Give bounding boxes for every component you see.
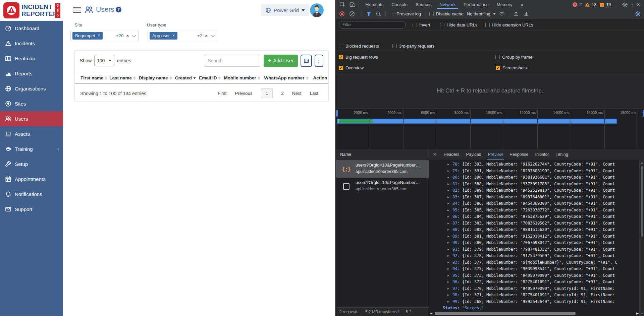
checkbox[interactable]: ✓ — [339, 55, 343, 59]
scroll-right-icon[interactable]: ▶ — [636, 312, 639, 315]
page-1[interactable]: 1 — [261, 88, 273, 98]
expand-triangle-icon[interactable]: ▶ — [447, 253, 449, 259]
json-array-item[interactable]: ▶85: {Id: 385, MobileNumber: "7263930772… — [429, 207, 639, 214]
warning-count[interactable]: 13 — [592, 2, 596, 7]
big-request-rows-checkbox[interactable]: ✓Big request rows — [339, 55, 378, 60]
expand-triangle-icon[interactable]: ▶ — [447, 233, 449, 240]
expand-triangle-icon[interactable]: ▶ — [447, 207, 449, 214]
column-header-whatsapp-number[interactable]: WhatsApp number — [264, 75, 313, 80]
expand-triangle-icon[interactable]: ▶ — [447, 213, 449, 220]
json-array-item[interactable]: ▶92: {Id: 378, MobileNumber: "9175379569… — [429, 253, 639, 259]
hide-extension-urls-checkbox[interactable]: Hide extension URLs — [485, 22, 533, 27]
sidebar-item-sites[interactable]: Sites — [0, 96, 63, 111]
search-input[interactable] — [204, 55, 260, 67]
detail-tab-preview[interactable]: Preview — [485, 149, 506, 160]
settings-gear-icon[interactable] — [622, 2, 628, 8]
checkbox[interactable] — [429, 12, 434, 16]
devtools-tab-memory[interactable]: Memory — [493, 0, 517, 9]
expand-triangle-icon[interactable]: ▶ — [447, 279, 449, 286]
error-count[interactable]: 2 — [579, 2, 582, 7]
json-array-item[interactable]: ▶78: {Id: 393, MobileNumber: "9162202744… — [429, 161, 639, 168]
json-array-item[interactable]: ▶83: {Id: 387, MobileNumber: "8937646801… — [429, 194, 639, 201]
import-har-icon[interactable] — [513, 11, 519, 17]
json-array-item[interactable]: ▶79: {Id: 391, MobileNumber: "8237608199… — [429, 168, 639, 175]
expand-triangle-icon[interactable]: ▶ — [447, 227, 449, 233]
sidebar-item-support[interactable]: Support — [0, 202, 63, 217]
checkbox[interactable] — [495, 55, 500, 59]
column-header-email-id[interactable]: Email ID — [199, 75, 224, 80]
devtools-tab-sources[interactable]: Sources — [412, 0, 436, 9]
column-header-last-name[interactable]: Last name — [109, 75, 139, 80]
group-by-frame-checkbox[interactable]: Group by frame — [495, 55, 532, 60]
device-toolbar-icon[interactable] — [350, 2, 356, 8]
detail-tab-initiator[interactable]: Initiator — [532, 149, 552, 160]
expand-triangle-icon[interactable]: ▶ — [447, 266, 449, 272]
hamburger-menu-icon[interactable] — [73, 7, 81, 13]
expand-triangle-icon[interactable]: ▶ — [447, 168, 449, 175]
expand-triangle-icon[interactable]: ▶ — [447, 299, 449, 305]
throttling-select[interactable]: No throttling — [467, 11, 496, 16]
expand-triangle-icon[interactable]: ▶ — [447, 286, 449, 292]
json-array-item[interactable]: ▶80: {Id: 390, MobileNumber: "9381936681… — [429, 174, 639, 181]
more-tabs-icon[interactable]: » — [517, 0, 527, 9]
expand-triangle-icon[interactable]: ▶ — [447, 200, 449, 207]
json-array-item[interactable]: ▶95: {Id: 373, MobileNumber: "9405070090… — [429, 272, 639, 279]
checkbox[interactable] — [413, 23, 417, 27]
sidebar-item-dashboard[interactable]: Dashboard — [0, 21, 63, 36]
site-filter-select[interactable]: Begumpet× +20 × — [70, 30, 139, 41]
json-array-item[interactable]: ▶99: {Id: 368, MobileNumber: "9893643649… — [429, 299, 639, 305]
checkbox[interactable] — [485, 23, 490, 27]
close-devtools-icon[interactable]: × — [635, 1, 641, 8]
expand-triangle-icon[interactable]: ▶ — [447, 161, 449, 168]
close-detail-icon[interactable]: × — [429, 151, 440, 157]
expand-triangle-icon[interactable]: ▶ — [447, 240, 449, 246]
expand-triangle-icon[interactable]: ▶ — [447, 194, 449, 201]
expand-triangle-icon[interactable]: ▶ — [447, 220, 449, 227]
expand-triangle-icon[interactable]: ▶ — [447, 174, 449, 181]
page-previous[interactable]: Previous — [235, 91, 253, 96]
page-2[interactable]: 2 — [281, 91, 284, 96]
checkbox[interactable]: ✓ — [339, 66, 343, 70]
checkbox[interactable] — [392, 44, 397, 48]
sidebar-item-users[interactable]: Users — [0, 111, 63, 126]
column-header-first-name[interactable]: First name — [80, 75, 109, 80]
sidebar-item-reports[interactable]: Reports — [0, 66, 63, 81]
site-chip[interactable]: Begumpet× — [72, 32, 103, 40]
avatar[interactable] — [310, 3, 324, 17]
request-row[interactable]: users?OrgId=10&PageNumber…api.incidentre… — [336, 178, 429, 195]
overview-checkbox[interactable]: ✓Overview — [339, 65, 364, 70]
json-array-item[interactable]: ▶96: {Id: 372, MobileNumber: "8275401091… — [429, 279, 639, 286]
screenshots-checkbox[interactable]: ✓Screenshots — [496, 65, 527, 70]
hide-data-urls-checkbox[interactable]: Hide data URLs — [440, 22, 478, 27]
json-array-item[interactable]: ▶84: {Id: 386, MobileNumber: "9454369380… — [429, 200, 639, 207]
name-column-header[interactable]: Name — [336, 149, 429, 160]
devtools-tab-console[interactable]: Console — [387, 0, 412, 9]
page-last[interactable]: Last — [310, 91, 318, 96]
json-array-item[interactable]: ▶93: {Id: 377, MobileNumber: "${MobileNu… — [429, 259, 639, 266]
disable-cache-checkbox[interactable]: Disable cache — [429, 11, 464, 16]
detail-tab-timing[interactable]: Timing — [552, 149, 572, 160]
sidebar-item-heatmap[interactable]: Heatmap — [0, 51, 63, 66]
scrollbar-thumb[interactable] — [641, 166, 643, 237]
json-array-item[interactable]: ▶88: {Id: 382, MobileNumber: "9881615620… — [429, 227, 639, 233]
overview-right-handle[interactable] — [643, 110, 644, 117]
chip-remove-icon[interactable]: × — [98, 33, 100, 38]
column-header-display-name[interactable]: Display name — [139, 75, 175, 80]
horizontal-scrollbar[interactable]: ◀ ▶ — [429, 311, 639, 316]
sidebar-item-assets[interactable]: Assets — [0, 126, 63, 141]
more-options-button[interactable]: ⋮ — [315, 55, 323, 67]
json-array-item[interactable]: ▶81: {Id: 388, MobileNumber: "9373891783… — [429, 181, 639, 188]
scroll-up-icon[interactable]: ▲ — [640, 161, 644, 164]
network-filter-input[interactable] — [339, 21, 406, 28]
vertical-scrollbar[interactable]: ▲ ▼ — [639, 160, 644, 316]
preserve-log-checkbox[interactable]: Preserve log — [390, 11, 421, 16]
overview-activity-bar[interactable] — [337, 119, 617, 124]
scrollbar-thumb[interactable] — [435, 312, 576, 315]
sidebar-item-incidents[interactable]: Incidents — [0, 36, 63, 51]
help-icon[interactable]: ? — [116, 7, 121, 12]
usertype-filter-select[interactable]: App user× +2 × — [148, 30, 217, 41]
network-settings-gear-icon[interactable] — [635, 11, 641, 17]
error-icon[interactable]: × — [573, 2, 577, 7]
sidebar-item-organisations[interactable]: Organisations — [0, 81, 63, 96]
column-header-created[interactable]: Created — [175, 75, 199, 80]
